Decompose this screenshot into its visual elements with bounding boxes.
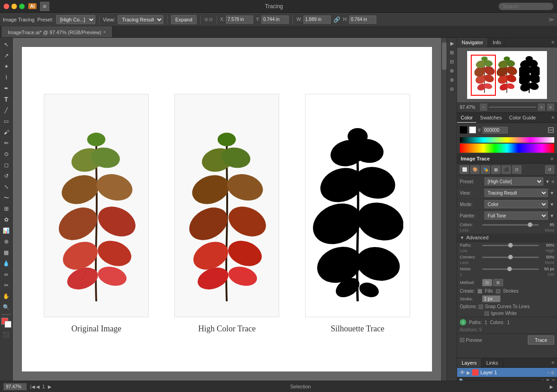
magic-wand-tool[interactable]: ✶ [1,62,11,72]
zoom-out-button[interactable]: − [480,103,487,111]
fill-stroke-control[interactable] [1,318,11,328]
right-icon-2[interactable]: ⊞ [449,49,455,57]
pencil-tool[interactable]: ✏ [1,138,11,148]
y-input[interactable] [261,15,289,24]
scrollbar-thumb[interactable] [442,42,447,70]
blend-tool[interactable]: ∞ [1,269,11,279]
more-options-icon[interactable]: ≫ [548,16,554,23]
image-trace-menu[interactable]: ≡ [551,156,553,161]
next-page-button[interactable]: ▶ [48,384,52,389]
layer-btn-1[interactable]: ○ [547,370,550,375]
layer-btn-2[interactable]: ⊕ [551,370,554,375]
zoom-options-button[interactable]: ≡ [547,103,554,111]
advanced-header[interactable]: ▼ Advanced [457,233,557,242]
lasso-tool[interactable]: ⌇ [1,72,11,83]
document-tab[interactable]: ImageTrace.ai* @ 97.47% (RGB/Preview) × [2,26,112,37]
delete-layer-icon[interactable]: 🗑 [546,378,550,381]
minimize-button[interactable] [11,4,17,9]
preview-checkbox[interactable] [460,338,464,342]
warp-tool[interactable]: 〜 [1,193,11,203]
scissors-tool[interactable]: ✂ [1,280,11,290]
layer-visibility-icon[interactable]: 👁 [460,370,465,375]
tab-links[interactable]: Links [482,358,503,367]
tab-navigator[interactable]: Navigator [457,38,488,47]
color-panel-menu[interactable]: ≡ [549,113,557,123]
close-button[interactable] [4,4,9,9]
fills-checkbox[interactable] [478,289,482,294]
x-input[interactable] [226,15,253,24]
zoom-in-button[interactable]: + [538,103,545,111]
paintbrush-tool[interactable]: 🖌 [1,127,11,137]
right-icon-4[interactable]: ⊕ [449,67,455,75]
color-spectrum-bar[interactable] [460,144,554,153]
stroke-swatch[interactable] [469,126,476,134]
snap-curves-checkbox[interactable] [479,304,483,309]
layer-lock-icon[interactable]: ▶ [467,370,470,375]
strokes-checkbox[interactable] [496,289,500,294]
h-input[interactable] [349,15,376,24]
palette-dropdown-arrow[interactable]: ▼ [550,213,554,218]
make-sublayer-icon[interactable]: 🔍 [459,378,464,381]
navigator-panel-menu[interactable]: ≡ [549,38,557,47]
panel-icon[interactable]: ⊞ [40,2,49,11]
image-trace-view-select[interactable]: Tracing Result [484,189,548,197]
noise-slider[interactable] [482,268,539,270]
w-input[interactable] [303,15,331,24]
canvas-area[interactable]: Original Image [13,38,441,381]
eyedropper-tool[interactable]: 💧 [1,258,11,268]
outline-icon[interactable]: ⊡ [512,165,521,174]
right-icon-6[interactable]: ⊘ [449,85,455,93]
rotate-tool[interactable]: ↺ [1,171,11,181]
constrain-proportions-icon[interactable]: 🔗 [333,16,340,23]
view-dropdown-arrow[interactable]: ▼ [550,191,554,196]
search-input[interactable] [499,3,553,10]
stroke-input[interactable] [482,295,500,302]
status-zoom-input[interactable] [4,383,26,390]
new-layer-icon[interactable]: + [541,378,544,381]
window-controls[interactable] [4,4,25,9]
method-btn-2[interactable]: ⊞ [493,279,503,286]
colors-slider[interactable] [482,224,539,226]
line-tool[interactable]: ╱ [1,105,11,115]
preset-select[interactable]: [High Co...] [56,15,95,24]
view-select[interactable]: Tracing Result [118,15,163,24]
paths-slider[interactable] [482,245,539,246]
layers-panel-menu[interactable]: ≡ [549,358,557,367]
rectangle-tool[interactable]: ▭ [1,116,11,126]
tab-layers[interactable]: Layers [457,358,482,367]
image-trace-palette-select[interactable]: Full Tone [484,211,548,220]
pen-tool[interactable]: ✒ [1,83,11,93]
right-icon-1[interactable]: ▶ [449,40,455,47]
gradient-tool[interactable]: ▦ [1,248,11,258]
eraser-tool[interactable]: ◻ [1,160,11,170]
selection-tool[interactable]: ↖ [1,40,11,50]
preset-dropdown-arrow[interactable]: ▼ [545,179,550,184]
fill-swatch[interactable] [460,126,467,134]
zoom-slider[interactable] [489,107,536,108]
low-color-icon[interactable]: 🎭 [481,165,490,174]
black-white-icon[interactable]: ⬛ [502,165,511,174]
right-icon-5[interactable]: ⊗ [449,76,455,84]
method-btn-1[interactable]: ⊟ [482,279,492,286]
right-icon-3[interactable]: ⊟ [449,58,455,66]
hex-color-input[interactable] [483,127,508,134]
reset-icon[interactable]: ↺ [545,165,554,174]
grayscale-icon[interactable]: ▦ [491,165,500,174]
expand-button[interactable]: Expand [171,15,196,24]
column-graph-tool[interactable]: 📊 [1,226,11,236]
type-tool[interactable]: T [1,94,11,104]
prev-page-button[interactable]: ◀ [36,384,40,389]
image-trace-mode-select[interactable]: Color [484,200,548,208]
image-trace-preset-select[interactable]: [High Color] [484,177,543,186]
maximize-button[interactable] [19,4,25,9]
screen-mode-tool[interactable]: ⬛ [1,330,11,340]
tab-close-button[interactable]: × [103,30,106,35]
vertical-scrollbar[interactable] [441,38,447,381]
tab-color[interactable]: Color [457,113,476,123]
tab-info[interactable]: Info [488,38,506,47]
status-nav-right[interactable]: ▶ [550,384,553,389]
preset-options-icon[interactable]: ≡ [552,179,554,184]
auto-color-icon[interactable]: ⬜ [460,165,469,174]
ignore-white-checkbox[interactable] [484,311,489,316]
blob-brush-tool[interactable]: ⊙ [1,149,11,159]
